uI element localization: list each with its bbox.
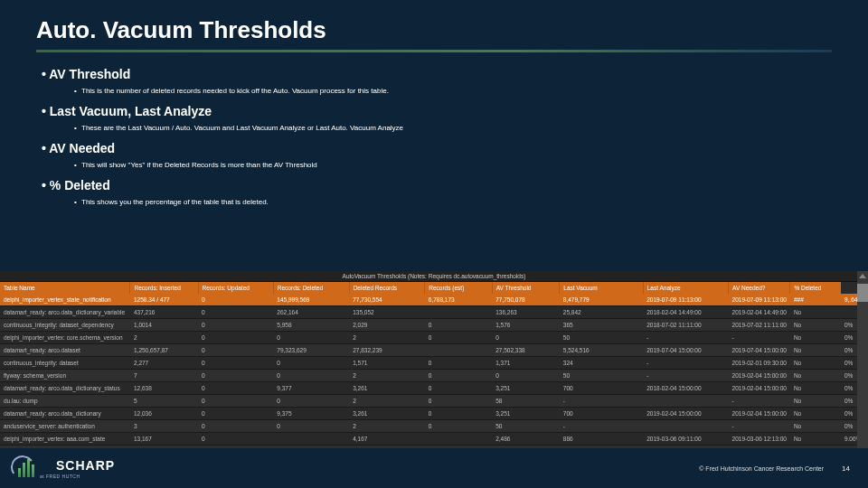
table-cell: 27,832,239 xyxy=(349,344,425,357)
table-column-header[interactable]: % Deleted xyxy=(790,282,841,294)
table-cell: No xyxy=(790,382,841,395)
bullet-heading: Last Vacuum, Last Analyze xyxy=(42,104,832,118)
table-row[interactable]: continuous_integrity: dataset_dependency… xyxy=(0,319,868,332)
table-cell: 365 xyxy=(560,319,643,332)
table-cell xyxy=(425,344,492,357)
table-cell: 8,479,779 xyxy=(560,294,643,306)
table-column-header[interactable]: Records: Inserted xyxy=(130,282,198,294)
table-cell: delphi_importer_vertex: core.schema_vers… xyxy=(0,332,130,344)
table-column-header[interactable]: AV Threshold xyxy=(492,282,560,294)
table-cell: flyway: schema_version xyxy=(0,370,130,382)
table-cell: 2019-03-06 09:11:00 xyxy=(643,433,728,446)
table-column-header[interactable]: Last Analyze xyxy=(643,282,728,294)
table-cell: delphi_importer_vertex: aaa.com_state xyxy=(0,433,130,446)
page-title: Auto. Vacuum Thresholds xyxy=(36,16,832,44)
table-cell: - xyxy=(643,370,728,382)
table-cell: 27,502,338 xyxy=(492,344,560,357)
table-cell: 2,029 xyxy=(349,319,425,332)
table-cell: 12,638 xyxy=(130,382,198,395)
table-column-header[interactable]: Last Vacuum xyxy=(560,282,643,294)
table-cell: 0 xyxy=(198,408,273,420)
table-cell: 0 xyxy=(492,370,560,382)
table-column-header[interactable]: AV Needed? xyxy=(729,282,790,294)
scroll-up-icon[interactable] xyxy=(859,274,866,278)
table-cell: 262,164 xyxy=(273,306,349,319)
table-cell: 2 xyxy=(349,395,425,408)
table-cell: datamart_ready: arco.data_dictionary_var… xyxy=(0,306,130,319)
table-cell: 136,263 xyxy=(492,306,560,319)
scroll-thumb[interactable] xyxy=(857,284,868,302)
table-cell: 2019-03-06 12:13:00 xyxy=(729,433,790,446)
table-cell: No xyxy=(790,306,841,319)
table-cell: du.lau: dump xyxy=(0,395,130,408)
table-body: delphi_importer_vertex_state_notificatio… xyxy=(0,294,868,458)
table-cell: 1258.34 / 477 xyxy=(130,294,198,306)
table-cell: 1,0014 xyxy=(130,319,198,332)
table-row[interactable]: anduservice_server: authentication300205… xyxy=(0,420,868,433)
table-cell: 2019-02-04 15:00:00 xyxy=(729,370,790,382)
table-column-header[interactable]: Records: Updated xyxy=(198,282,273,294)
table-cell: No xyxy=(790,420,841,433)
bullet-detail: This shows you the percentage of the tab… xyxy=(42,198,832,206)
table-cell: 12,036 xyxy=(130,408,198,420)
table-column-header[interactable]: Deleted Records xyxy=(349,282,425,294)
table-cell: 77,750,078 xyxy=(492,294,560,306)
table-column-header[interactable]: Records: Deleted xyxy=(273,282,349,294)
table-cell: 5,958 xyxy=(273,319,349,332)
page-number: 14 xyxy=(842,465,850,473)
table-cell: 700 xyxy=(560,408,643,420)
table-cell: 324 xyxy=(560,357,643,370)
table-cell: 9,377 xyxy=(273,382,349,395)
table-cell: continuous_integrity: dataset xyxy=(0,357,130,370)
table-cell: No xyxy=(790,319,841,332)
table-cell: 1,576 xyxy=(492,319,560,332)
table-cell: 77,730,554 xyxy=(349,294,425,306)
vertical-scrollbar[interactable] xyxy=(857,271,868,458)
table-cell: 145,999,569 xyxy=(273,294,349,306)
table-cell: 2 xyxy=(349,332,425,344)
table-row[interactable]: datamart_ready: arco.dataset1,250,657,87… xyxy=(0,344,868,357)
table-cell: delphi_importer_vertex_state_notificatio… xyxy=(0,294,130,306)
table-cell: 0 xyxy=(198,433,273,446)
table-cell xyxy=(425,433,492,446)
table-cell: 2019-02-04 15:00:00 xyxy=(729,408,790,420)
table-cell: 3,251 xyxy=(492,408,560,420)
table-cell: 0 xyxy=(273,357,349,370)
table-cell: 135,052 xyxy=(349,306,425,319)
table-cell: 0 xyxy=(425,408,492,420)
table-row[interactable]: continuous_integrity: dataset2,277001,57… xyxy=(0,357,868,370)
table-row[interactable]: delphi_importer_vertex: aaa.com_state13,… xyxy=(0,433,868,446)
table-cell: datamart_ready: arco.data_dictionary_sta… xyxy=(0,382,130,395)
table-cell: 0 xyxy=(198,395,273,408)
bullet-detail: These are the Last Vacuum / Auto. Vacuum… xyxy=(42,124,832,132)
table-cell: 0 xyxy=(273,420,349,433)
table-row[interactable]: delphi_importer_vertex: core.schema_vers… xyxy=(0,332,868,344)
bullet-heading: AV Needed xyxy=(42,141,832,155)
table-cell: 0 xyxy=(198,332,273,344)
table-row[interactable]: du.lau: dump5002058--No0% xyxy=(0,395,868,408)
table-row[interactable]: flyway: schema_version70020050-2019-02-0… xyxy=(0,370,868,382)
table-column-header[interactable]: Records (est) xyxy=(425,282,492,294)
table-cell: No xyxy=(790,433,841,446)
table-cell: No xyxy=(790,370,841,382)
table-cell xyxy=(643,420,728,433)
table-column-header[interactable]: Table Name xyxy=(0,282,130,294)
table-cell: 1,371 xyxy=(492,357,560,370)
table-cell: datamart_ready: arco.dataset xyxy=(0,344,130,357)
table-cell: 0 xyxy=(198,319,273,332)
table-cell: 0 xyxy=(425,420,492,433)
table-cell: 3,251 xyxy=(492,382,560,395)
table-title: AutoVacuum Thresholds (Notes: Requires d… xyxy=(0,271,868,282)
table-cell: 2019-07-09 11:13:00 xyxy=(643,294,728,306)
logo-subtext: at FRED HUTCH xyxy=(40,474,115,479)
table-cell: 6,788,173 xyxy=(425,294,492,306)
table-cell: 7 xyxy=(130,370,198,382)
table-row[interactable]: datamart_ready: arco.data_dictionary_var… xyxy=(0,306,868,319)
table-row[interactable]: datamart_ready: arco.data_dictionary12,0… xyxy=(0,408,868,420)
table-cell: 2019-07-04 15:00:00 xyxy=(729,344,790,357)
table-cell: 1,250,657,87 xyxy=(130,344,198,357)
table-row[interactable]: datamart_ready: arco.data_dictionary_sta… xyxy=(0,382,868,395)
table-cell: 4,167 xyxy=(349,433,425,446)
table-row[interactable]: delphi_importer_vertex_state_notificatio… xyxy=(0,294,868,306)
table-cell: 2,277 xyxy=(130,357,198,370)
